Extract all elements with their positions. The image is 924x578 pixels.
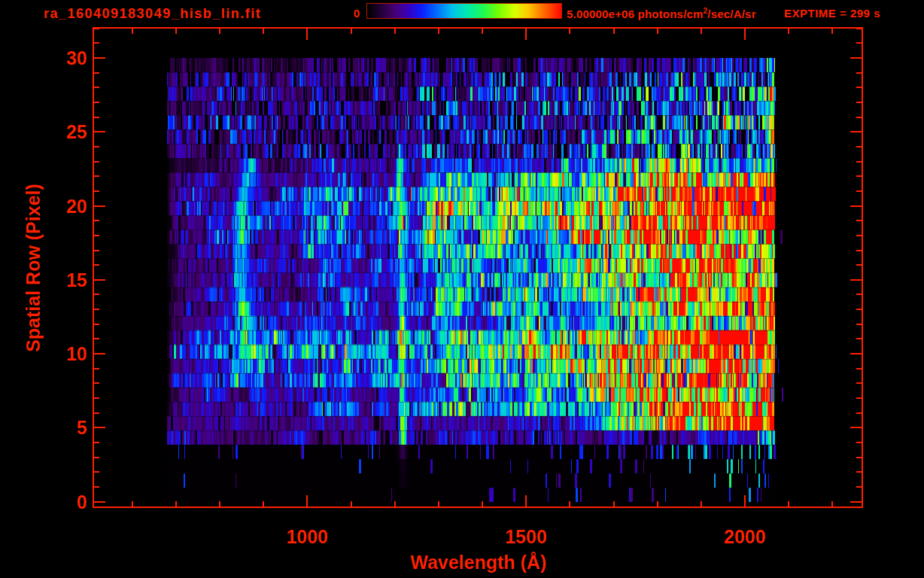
x-tick-label: 2000 [692,526,798,548]
figure: ra_160409183049_hisb_lin.fit 0 5.00000e+… [0,0,924,578]
y-axis-title: Spatial Row (Pixel) [23,117,45,418]
y-tick-label: 0 [27,491,87,513]
x-tick-label: 1000 [254,526,360,548]
y-tick-label: 30 [27,47,87,68]
axes-frame [0,0,924,578]
x-axis-title: Wavelength (Å) [328,552,629,573]
y-tick-label: 5 [27,417,87,438]
x-tick-label: 1500 [473,526,579,548]
